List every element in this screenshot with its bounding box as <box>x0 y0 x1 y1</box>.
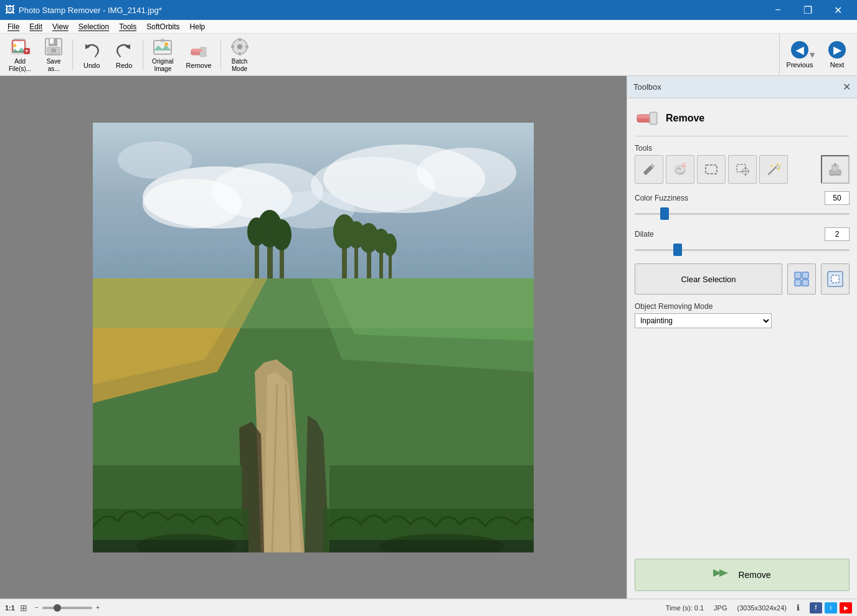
add-files-button[interactable]: + AddFile(s)... <box>2 36 37 73</box>
color-fuzziness-thumb[interactable] <box>660 207 669 220</box>
add-files-label: AddFile(s)... <box>9 58 31 73</box>
invert-selection-button[interactable] <box>821 263 850 295</box>
dilate-label-row: Dilate 2 <box>635 227 850 241</box>
magic-eraser-button[interactable] <box>666 155 694 184</box>
twitter-link[interactable]: t <box>825 602 837 614</box>
select-all-button[interactable] <box>787 263 816 295</box>
app-icon: 🖼 <box>5 4 15 16</box>
rect-select-icon <box>704 162 719 177</box>
facebook-link[interactable]: f <box>810 602 822 614</box>
restore-button[interactable]: ❐ <box>793 0 822 20</box>
stamp-tool-button[interactable] <box>821 155 850 184</box>
minimize-button[interactable]: − <box>764 0 792 20</box>
select-all-icon <box>793 270 810 288</box>
svg-line-13 <box>95 53 98 57</box>
youtube-link[interactable]: ▶ <box>840 602 852 614</box>
toolbar-nav: ◀ Previous ▶ Next <box>779 34 857 76</box>
remove-section-header: Remove <box>635 106 850 136</box>
svg-rect-86 <box>747 171 749 172</box>
pencil-icon <box>642 162 656 177</box>
dilate-thumb[interactable] <box>673 244 682 256</box>
dilate-value[interactable]: 2 <box>825 227 850 241</box>
batch-mode-button[interactable]: BatchMode <box>224 36 256 73</box>
svg-text:+: + <box>25 48 28 54</box>
svg-rect-95 <box>795 272 801 278</box>
dilate-track[interactable] <box>635 244 850 256</box>
toolbar: + AddFile(s)... Saveas... Und <box>0 34 857 76</box>
svg-rect-93 <box>834 163 836 166</box>
zoom-slider-track <box>42 607 92 609</box>
svg-rect-28 <box>245 45 249 48</box>
svg-marker-102 <box>719 569 728 577</box>
toolbox-header: Toolbox ✕ <box>627 76 857 98</box>
remove-action-button[interactable]: Remove <box>635 559 850 591</box>
zoom-fit-icon[interactable]: ⊞ <box>20 603 27 613</box>
svg-point-53 <box>383 234 397 256</box>
pencil-tool-button[interactable] <box>635 155 663 184</box>
title-bar-left: 🖼 Photo Stamp Remover - IMG_2141.jpg* <box>5 4 162 16</box>
zoom-in-button[interactable]: + <box>93 604 102 612</box>
info-button[interactable]: ℹ <box>797 603 800 612</box>
object-removing-mode-section: Object Removing Mode Inpainting Texture … <box>635 302 850 328</box>
svg-rect-79 <box>706 165 717 174</box>
remove-icon <box>189 40 209 60</box>
svg-point-90 <box>778 170 779 171</box>
svg-rect-85 <box>742 171 744 172</box>
image-canvas <box>93 123 534 552</box>
svg-rect-8 <box>50 39 54 44</box>
tools-section: Tools <box>635 144 850 184</box>
selection-action-row: Clear Selection <box>635 263 850 295</box>
zoom-slider[interactable] <box>42 604 92 612</box>
canvas-area[interactable] <box>0 76 627 599</box>
window-title: Photo Stamp Remover - IMG_2141.jpg* <box>19 6 162 15</box>
menu-item-tools[interactable]: Tools <box>114 21 141 32</box>
color-fuzziness-label: Color Fuzziness <box>635 194 688 202</box>
previous-button[interactable]: ◀ Previous <box>781 34 818 76</box>
next-icon: ▶ <box>828 41 846 59</box>
redo-button[interactable]: Redo <box>108 36 140 73</box>
mode-select[interactable]: Inpainting Texture Synthesis Flood Fill <box>635 313 772 328</box>
svg-line-15 <box>118 53 120 57</box>
wand-icon <box>766 162 781 177</box>
svg-rect-70 <box>93 540 249 552</box>
menu-item-file[interactable]: File <box>2 21 24 32</box>
toolbox-title: Toolbox <box>633 82 661 92</box>
menu-item-view[interactable]: View <box>47 21 73 32</box>
gear-select-button[interactable] <box>728 155 757 184</box>
menu-item-edit[interactable]: Edit <box>24 21 47 32</box>
svg-point-89 <box>771 165 773 167</box>
clear-selection-button[interactable]: Clear Selection <box>635 263 782 295</box>
wand-select-button[interactable] <box>759 155 788 184</box>
original-image-button[interactable]: OriginalImage <box>146 36 179 73</box>
original-image-icon <box>153 37 173 57</box>
save-as-button[interactable]: Saveas... <box>37 36 70 73</box>
color-fuzziness-track[interactable] <box>635 207 850 220</box>
menu-item-selection[interactable]: Selection <box>73 21 114 32</box>
undo-button[interactable]: Undo <box>75 36 108 73</box>
stamp-icon <box>827 161 843 178</box>
svg-rect-43 <box>93 278 534 328</box>
dilate-line <box>635 249 850 251</box>
zoom-out-button[interactable]: − <box>32 604 41 612</box>
title-bar-controls: − ❐ ✕ <box>764 0 852 20</box>
original-image-label: OriginalImage <box>152 58 173 73</box>
menu-item-softorbits[interactable]: SoftOrbits <box>141 21 184 32</box>
tools-row <box>635 155 850 184</box>
image-dimensions: (3035x3024x24) <box>737 604 787 612</box>
svg-point-35 <box>417 148 516 197</box>
toolbox-close-button[interactable]: ✕ <box>843 82 851 92</box>
menu-item-help[interactable]: Help <box>185 21 211 32</box>
next-button[interactable]: ▶ Next <box>818 34 856 76</box>
svg-rect-97 <box>795 280 801 286</box>
save-icon <box>44 37 64 57</box>
rect-select-button[interactable] <box>697 155 726 184</box>
social-links: f t ▶ <box>810 602 852 614</box>
title-bar: 🖼 Photo Stamp Remover - IMG_2141.jpg* − … <box>0 0 857 20</box>
svg-rect-83 <box>745 168 746 169</box>
remove-button[interactable]: Remove <box>180 36 218 73</box>
svg-point-49 <box>348 221 365 249</box>
close-button[interactable]: ✕ <box>823 0 852 20</box>
zoom-slider-thumb[interactable] <box>54 604 61 612</box>
color-fuzziness-value[interactable]: 50 <box>825 191 850 205</box>
svg-point-17 <box>164 42 168 46</box>
